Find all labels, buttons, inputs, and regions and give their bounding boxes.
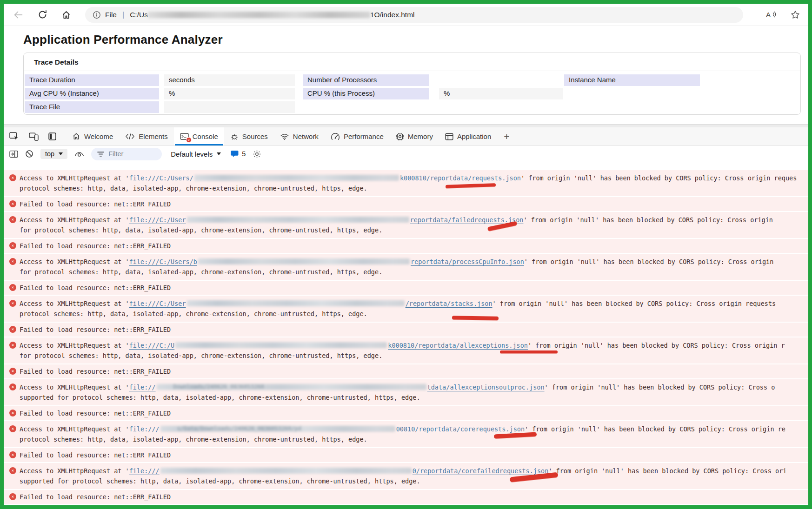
tab-application[interactable]: Application: [439, 127, 497, 145]
home-icon[interactable]: [61, 10, 71, 20]
trace-field-label: Trace File: [25, 101, 159, 113]
svg-text:A: A: [766, 11, 771, 19]
tab-performance[interactable]: Performance: [325, 127, 390, 145]
error-icon: ✕: [9, 300, 16, 307]
console-error-row: ✕Access to XMLHttpRequest at 'file:///s/…: [4, 421, 808, 447]
error-message-prefix: Access to XMLHttpRequest at ': [20, 216, 129, 224]
clear-console-icon[interactable]: [25, 150, 33, 158]
failed-message-text: Failed to load resource: net::ERR_FAILED: [20, 450, 808, 460]
redacted-path-segment: [187, 300, 405, 306]
console-file-link[interactable]: file:///C:/Userreportdata/failedrequests…: [129, 216, 524, 224]
chevron-down-icon: [59, 152, 63, 155]
console-sidebar-icon[interactable]: [9, 150, 18, 158]
address-separator: |: [121, 11, 126, 19]
tab-label: Welcome: [84, 132, 113, 140]
back-icon[interactable]: [13, 10, 24, 20]
chevron-down-icon: [217, 152, 221, 155]
failed-message-text: Failed to load resource: net::ERR_FAILED: [20, 241, 808, 251]
error-icon: ✕: [9, 216, 16, 223]
sources-icon: [230, 132, 239, 141]
console-file-link[interactable]: file:///C:/Uk000810/reportdata/allexcept…: [129, 342, 528, 349]
console-error-row: ✕Access to XMLHttpRequest at 'file://Dow…: [4, 379, 808, 405]
browser-toolbar: File | C:/Us1O/index.html A: [4, 4, 808, 26]
tab-label: Network: [293, 132, 319, 140]
info-icon[interactable]: [93, 11, 101, 19]
address-path: C:/Us1O/index.html: [130, 11, 414, 19]
trace-field-value: %: [439, 88, 563, 99]
more-tabs-button[interactable]: +: [497, 127, 516, 145]
settings-gear-icon[interactable]: [253, 150, 261, 159]
trace-field-label: Avg CPU % (Instance): [25, 88, 159, 99]
console-error-row: ✕Access to XMLHttpRequest at 'file:///C:…: [4, 337, 808, 364]
tab-label: Performance: [344, 132, 384, 140]
tab-console[interactable]: ✕Console: [174, 127, 224, 145]
error-message-line2: protocol schemes: http, data, isolated-a…: [20, 309, 808, 319]
trace-field-value: seconds: [164, 74, 295, 86]
tab-label: Memory: [408, 132, 433, 140]
console-file-link[interactable]: file:///C:/Users/breportdata/processCpuI…: [129, 258, 524, 265]
console-file-link[interactable]: file:///s/Data/Downloads/240626_08360532…: [129, 425, 525, 433]
error-icon: ✕: [9, 342, 16, 349]
failed-message-text: Failed to load resource: net::ERR_FAILED: [20, 408, 808, 418]
tab-welcome[interactable]: Welcome: [66, 127, 119, 145]
error-icon: ✕: [9, 493, 16, 500]
error-icon: ✕: [9, 368, 16, 375]
context-selector[interactable]: top: [40, 149, 67, 159]
console-icon: ✕: [180, 132, 189, 140]
red-annotation: [500, 350, 558, 353]
filter-placeholder: Filter: [108, 150, 123, 158]
error-message-suffix: ' from origin 'null' has been blocked by…: [521, 174, 797, 182]
failed-message-text: Failed to load resource: net::ERR_FAILED: [20, 199, 808, 209]
trace-field-value: [164, 101, 295, 113]
inspect-element-icon[interactable]: [9, 132, 19, 141]
live-expression-eye-icon[interactable]: [74, 151, 84, 158]
console-error-row: ✕Access to XMLHttpRequest at 'file:///C:…: [4, 170, 808, 196]
filter-input[interactable]: Filter: [91, 148, 162, 160]
error-icon: ✕: [9, 284, 16, 291]
console-file-link[interactable]: file:///C:/Users/k000810/reportdata/requ…: [129, 174, 521, 182]
console-file-link[interactable]: file://Downloads/240626_0836053260tdata/…: [129, 383, 545, 391]
console-failed-row: ✕Failed to load resource: net::ERR_FAILE…: [4, 364, 808, 378]
tab-label: Sources: [242, 132, 268, 140]
tab-elements[interactable]: Elements: [119, 127, 174, 145]
console-failed-row: ✕Failed to load resource: net::ERR_FAILE…: [4, 239, 808, 253]
address-bar[interactable]: File | C:/Us1O/index.html: [85, 7, 743, 23]
console-failed-row: ✕Failed to load resource: net::ERR_FAILE…: [4, 406, 808, 420]
refresh-icon[interactable]: [38, 10, 47, 20]
error-message-prefix: Access to XMLHttpRequest at ': [20, 258, 129, 265]
trace-details-card: Trace Details Trace DurationsecondsNumbe…: [23, 53, 801, 115]
address-scheme-label: File: [105, 11, 117, 19]
console-file-link[interactable]: file:///C:/User/reportdata/stacks.json: [129, 300, 493, 307]
tab-network[interactable]: Network: [274, 127, 325, 145]
error-icon: ✕: [9, 258, 16, 265]
error-icon: ✕: [9, 383, 16, 390]
faint-path-text: s/Data/Downloads/240626_0836053260/pd: [160, 426, 395, 432]
error-message-suffix: ' from origin 'null' has been blocked by…: [525, 425, 785, 433]
console-file-link[interactable]: file:///0/reportdata/corefailedrequests.…: [129, 467, 549, 475]
message-count: 5: [242, 150, 246, 158]
error-icon: ✕: [9, 326, 16, 333]
error-message-line2: protocol schemes: http, data, isolated-a…: [20, 183, 808, 193]
error-message-suffix: ' from origin 'null' has been blocked by…: [524, 258, 773, 265]
console-failed-row: ✕Failed to load resource: net::ERR_FAILE…: [4, 448, 808, 462]
error-message-prefix: Access to XMLHttpRequest at ': [20, 425, 129, 433]
log-levels-dropdown[interactable]: Default levels: [171, 150, 221, 158]
failed-message-text: Failed to load resource: net::ERR_FAILED: [20, 283, 808, 293]
redacted-url-segment: [148, 12, 370, 18]
read-aloud-icon[interactable]: A: [765, 10, 777, 19]
error-icon: ✕: [9, 242, 16, 249]
application-icon: [445, 133, 453, 140]
tab-label: Elements: [139, 132, 168, 140]
panel-layout-icon[interactable]: [48, 132, 56, 140]
tab-sources[interactable]: Sources: [224, 127, 274, 145]
context-selector-label: top: [45, 150, 54, 158]
tab-memory[interactable]: Memory: [390, 127, 439, 145]
device-emulation-icon[interactable]: [29, 132, 39, 141]
error-message-line2: supported for protocol schemes: http, da…: [20, 476, 808, 486]
favorite-star-icon[interactable]: [791, 10, 800, 19]
devtools-tabs: WelcomeElements✕ConsoleSourcesNetworkPer…: [66, 127, 497, 145]
message-counter[interactable]: 5: [231, 150, 246, 158]
redacted-path-segment: [198, 258, 410, 264]
elements-icon: [125, 133, 135, 140]
error-message-suffix: ' from origin 'null' has been blocked by…: [545, 383, 775, 391]
